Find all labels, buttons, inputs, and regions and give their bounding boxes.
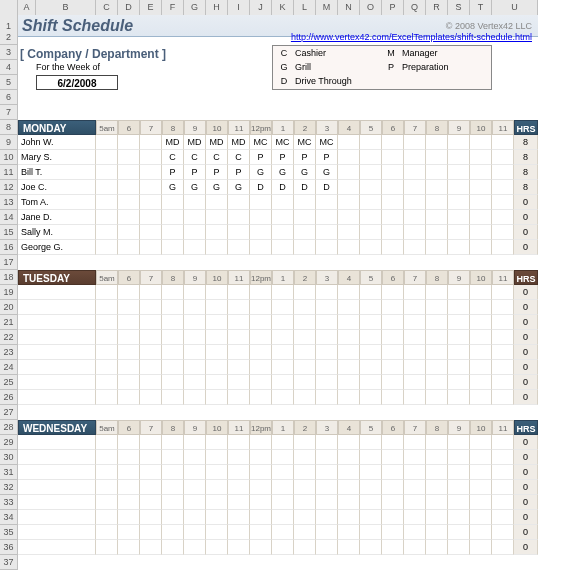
shift-cell[interactable] (426, 180, 448, 195)
shift-cell[interactable] (316, 315, 338, 330)
shift-cell[interactable] (118, 225, 140, 240)
shift-cell[interactable] (360, 150, 382, 165)
shift-cell[interactable] (96, 435, 118, 450)
shift-cell[interactable] (250, 465, 272, 480)
shift-cell[interactable] (206, 210, 228, 225)
shift-cell[interactable] (404, 510, 426, 525)
shift-cell[interactable] (140, 180, 162, 195)
shift-cell[interactable] (184, 345, 206, 360)
shift-cell[interactable] (404, 540, 426, 555)
shift-cell[interactable] (228, 210, 250, 225)
shift-cell[interactable] (338, 465, 360, 480)
shift-cell[interactable] (206, 285, 228, 300)
shift-cell[interactable] (492, 135, 514, 150)
shift-cell[interactable]: P (272, 150, 294, 165)
cell[interactable] (118, 75, 272, 90)
shift-cell[interactable] (426, 165, 448, 180)
shift-cell[interactable] (404, 180, 426, 195)
shift-cell[interactable] (404, 225, 426, 240)
shift-cell[interactable] (272, 285, 294, 300)
shift-cell[interactable] (140, 210, 162, 225)
shift-cell[interactable] (360, 510, 382, 525)
shift-cell[interactable] (338, 225, 360, 240)
shift-cell[interactable] (96, 465, 118, 480)
shift-cell[interactable] (404, 240, 426, 255)
shift-cell[interactable] (492, 300, 514, 315)
shift-cell[interactable] (140, 165, 162, 180)
shift-cell[interactable] (492, 195, 514, 210)
shift-cell[interactable] (228, 195, 250, 210)
shift-cell[interactable] (382, 315, 404, 330)
shift-cell[interactable] (184, 465, 206, 480)
col-header[interactable]: N (338, 0, 360, 16)
col-header[interactable]: A (18, 0, 36, 16)
week-date-input[interactable]: 6/2/2008 (36, 75, 118, 90)
shift-cell[interactable] (382, 135, 404, 150)
shift-cell[interactable] (96, 450, 118, 465)
shift-cell[interactable] (250, 285, 272, 300)
col-header[interactable]: R (426, 0, 448, 16)
shift-cell[interactable] (206, 330, 228, 345)
row-header[interactable]: 20 (0, 300, 18, 315)
shift-cell[interactable] (360, 375, 382, 390)
shift-cell[interactable] (162, 300, 184, 315)
shift-cell[interactable] (404, 315, 426, 330)
shift-cell[interactable] (140, 300, 162, 315)
shift-cell[interactable]: MC (250, 135, 272, 150)
shift-cell[interactable] (250, 510, 272, 525)
row-header[interactable]: 31 (0, 465, 18, 480)
shift-cell[interactable]: D (316, 180, 338, 195)
shift-cell[interactable] (360, 540, 382, 555)
shift-cell[interactable] (140, 315, 162, 330)
shift-cell[interactable] (448, 135, 470, 150)
shift-cell[interactable] (294, 210, 316, 225)
shift-cell[interactable] (250, 495, 272, 510)
shift-cell[interactable] (382, 480, 404, 495)
shift-cell[interactable] (426, 345, 448, 360)
shift-cell[interactable] (96, 540, 118, 555)
row-header[interactable]: 26 (0, 390, 18, 405)
cell[interactable] (492, 45, 538, 60)
shift-cell[interactable] (492, 165, 514, 180)
shift-cell[interactable] (338, 150, 360, 165)
shift-cell[interactable] (316, 480, 338, 495)
row-header[interactable]: 13 (0, 195, 18, 210)
shift-cell[interactable] (272, 345, 294, 360)
shift-cell[interactable] (492, 450, 514, 465)
shift-cell[interactable] (206, 375, 228, 390)
shift-cell[interactable] (272, 510, 294, 525)
col-header[interactable]: E (140, 0, 162, 16)
shift-cell[interactable] (184, 330, 206, 345)
shift-cell[interactable] (272, 375, 294, 390)
shift-cell[interactable] (96, 240, 118, 255)
shift-cell[interactable] (228, 510, 250, 525)
shift-cell[interactable] (448, 225, 470, 240)
shift-cell[interactable] (184, 525, 206, 540)
shift-cell[interactable] (382, 165, 404, 180)
shift-cell[interactable] (470, 165, 492, 180)
shift-cell[interactable]: P (316, 150, 338, 165)
shift-cell[interactable] (360, 180, 382, 195)
shift-cell[interactable] (338, 450, 360, 465)
col-header[interactable]: S (448, 0, 470, 16)
shift-cell[interactable] (96, 525, 118, 540)
shift-cell[interactable] (426, 315, 448, 330)
shift-cell[interactable] (294, 390, 316, 405)
shift-cell[interactable] (294, 375, 316, 390)
shift-cell[interactable] (96, 135, 118, 150)
shift-cell[interactable] (448, 180, 470, 195)
shift-cell[interactable] (382, 150, 404, 165)
shift-cell[interactable] (382, 180, 404, 195)
shift-cell[interactable] (206, 300, 228, 315)
shift-cell[interactable] (140, 240, 162, 255)
shift-cell[interactable]: MD (206, 135, 228, 150)
shift-cell[interactable] (426, 465, 448, 480)
shift-cell[interactable] (338, 135, 360, 150)
row-header[interactable]: 11 (0, 165, 18, 180)
shift-cell[interactable] (118, 240, 140, 255)
employee-name[interactable]: Tom A. (18, 195, 96, 210)
shift-cell[interactable] (338, 330, 360, 345)
shift-cell[interactable] (228, 540, 250, 555)
employee-name[interactable] (18, 360, 96, 375)
col-header[interactable]: L (294, 0, 316, 16)
